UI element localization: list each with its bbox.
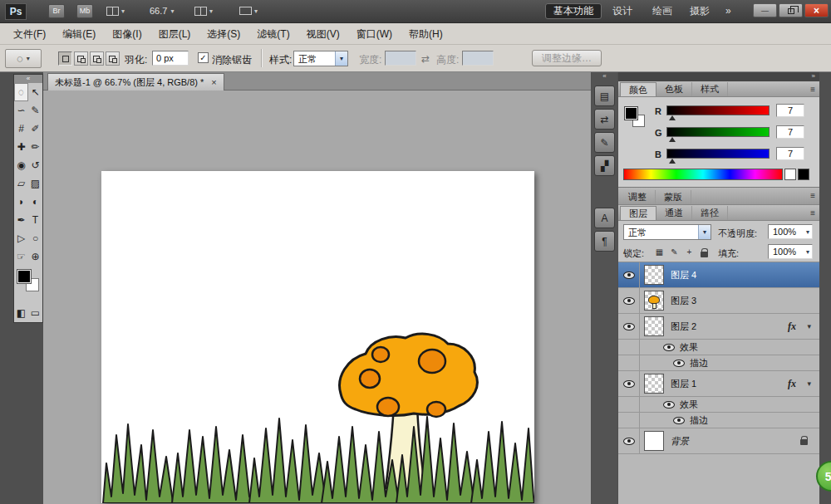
panel-menu-icon[interactable]: ≡ (810, 191, 815, 200)
visibility-toggle[interactable] (618, 314, 640, 339)
paragraph-panel-icon[interactable]: ¶ (594, 231, 615, 252)
layer-thumbnail[interactable] (644, 316, 664, 336)
eraser-tool[interactable]: ▱ (14, 174, 28, 193)
red-slider[interactable] (666, 105, 770, 115)
close-button[interactable]: × (804, 3, 829, 17)
zoom-tool[interactable]: ⊕ (28, 247, 42, 266)
menu-filter[interactable]: 滤镜(T) (248, 23, 297, 45)
eye-icon[interactable] (663, 344, 675, 351)
tab-swatches[interactable]: 色板 (656, 82, 692, 96)
view-extras-button[interactable]: ▾ (194, 7, 213, 16)
blend-mode-select[interactable]: 正常 ▾ (623, 224, 711, 240)
foreground-color-swatch[interactable] (17, 270, 31, 283)
quick-selection-tool[interactable]: ✎ (28, 101, 42, 120)
tab-adjustments[interactable]: 调整 (620, 190, 656, 204)
visibility-toggle[interactable] (618, 428, 640, 453)
workspace-design-button[interactable]: 设计 (612, 3, 632, 19)
lock-image-pixels-button[interactable]: ✎ (668, 246, 681, 258)
green-slider[interactable] (666, 127, 770, 137)
green-value-input[interactable]: 7 (776, 125, 804, 139)
gradient-tool[interactable]: ▨ (28, 174, 42, 193)
effects-row[interactable]: 效果 (618, 397, 819, 413)
dock-panel-icon-2[interactable]: ⇄ (594, 109, 615, 130)
move-tool[interactable]: ↖ (28, 83, 42, 101)
new-selection-button[interactable] (58, 51, 72, 66)
workspace-painting-button[interactable]: 绘画 (652, 3, 672, 19)
menu-window[interactable]: 窗口(W) (348, 23, 401, 45)
lock-transparent-pixels-button[interactable]: ▦ (653, 246, 666, 258)
stroke-effect-row[interactable]: 描边 (618, 413, 819, 428)
stroke-effect-row[interactable]: 描边 (618, 355, 819, 371)
layer-thumbnail[interactable] (644, 265, 664, 285)
crop-tool[interactable]: # (14, 120, 28, 138)
quick-mask-button[interactable]: ◧ (14, 304, 28, 322)
slider-thumb-icon[interactable] (669, 159, 676, 164)
minibridge-button[interactable]: Mb (76, 4, 93, 18)
screen-mode-toggle[interactable]: ▭ (28, 304, 42, 322)
collapse-effects-icon[interactable]: ▾ (807, 379, 811, 388)
panel-menu-icon[interactable]: ≡ (810, 85, 815, 94)
workspace-overflow-button[interactable]: » (725, 3, 731, 19)
brush-tool[interactable]: ✏ (28, 138, 42, 156)
tab-paths[interactable]: 路径 (692, 206, 728, 220)
add-to-selection-button[interactable] (74, 51, 88, 66)
path-selection-tool[interactable]: ▷ (14, 229, 28, 247)
tab-masks[interactable]: 蒙版 (656, 190, 691, 204)
eye-icon[interactable] (663, 401, 675, 409)
zoom-level-control[interactable]: 66.7 ▾ (150, 6, 174, 16)
menu-file[interactable]: 文件(F) (5, 23, 54, 45)
document-tab[interactable]: 未标题-1 @ 66.7% (图层 4, RGB/8) * × (47, 73, 224, 91)
menu-layer[interactable]: 图层(L) (150, 23, 199, 45)
dock-collapse-button[interactable]: » (618, 72, 819, 81)
visibility-toggle[interactable] (618, 288, 640, 313)
slider-thumb-icon[interactable] (669, 137, 676, 142)
blue-slider[interactable] (666, 149, 770, 159)
tab-color[interactable]: 颜色 (620, 82, 656, 96)
restore-button[interactable] (779, 3, 803, 17)
lock-position-button[interactable]: + (683, 246, 696, 258)
background-layer-row[interactable]: 背景 (618, 428, 819, 454)
fill-input[interactable]: 100% ▾ (768, 244, 813, 259)
red-value-input[interactable]: 7 (776, 104, 804, 117)
menu-image[interactable]: 图像(I) (104, 23, 150, 45)
tab-styles[interactable]: 样式 (692, 82, 728, 96)
eyedropper-tool[interactable]: ✐ (28, 120, 42, 138)
dock-panel-icon-1[interactable]: ▤ (594, 86, 615, 106)
bridge-button[interactable]: Br (48, 4, 65, 18)
arrange-documents-button[interactable]: ▾ (106, 7, 125, 16)
workspace-essentials-button[interactable]: 基本功能 (545, 3, 602, 19)
close-tab-icon[interactable]: × (211, 77, 216, 87)
lasso-tool[interactable]: ∽ (14, 101, 28, 120)
menu-edit[interactable]: 编辑(E) (54, 23, 104, 45)
menu-help[interactable]: 帮助(H) (401, 23, 451, 45)
tab-channels[interactable]: 通道 (656, 206, 692, 220)
dock-expand-button[interactable]: « (592, 72, 617, 81)
tab-layers[interactable]: 图层 (620, 206, 656, 220)
clone-stamp-tool[interactable]: ◉ (14, 156, 28, 174)
hand-tool[interactable]: ☞ (14, 247, 28, 266)
intersect-selection-button[interactable] (106, 51, 120, 66)
workspace-photography-button[interactable]: 摄影 (690, 3, 710, 19)
type-tool[interactable]: T (28, 211, 42, 229)
layer-thumbnail[interactable] (644, 431, 664, 451)
blue-value-input[interactable]: 7 (776, 147, 804, 160)
slider-thumb-icon[interactable] (669, 115, 676, 120)
elliptical-marquee-tool[interactable]: ◌ (14, 83, 28, 101)
visibility-toggle[interactable] (618, 262, 640, 287)
opacity-input[interactable]: 100% ▾ (768, 224, 813, 239)
style-select[interactable]: 正常 ▾ (293, 51, 348, 66)
color-spectrum-ramp[interactable] (623, 169, 783, 180)
feather-input[interactable]: 0 px (152, 51, 189, 66)
eye-icon[interactable] (673, 417, 685, 424)
blur-tool[interactable]: ◗ (14, 193, 28, 211)
dock-panel-icon-3[interactable]: ✎ (594, 132, 615, 153)
dock-panel-icon-4[interactable]: ▞ (594, 155, 615, 176)
canvas[interactable] (101, 171, 534, 503)
tool-preset-picker[interactable]: ◌ ▾ (5, 49, 42, 68)
collapse-effects-icon[interactable]: ▾ (807, 322, 811, 330)
layer-thumbnail[interactable] (644, 374, 664, 394)
pen-tool[interactable]: ✒ (14, 211, 28, 229)
antialias-checkbox[interactable]: ✓ (198, 52, 209, 63)
menu-select[interactable]: 选择(S) (199, 23, 248, 45)
eye-icon[interactable] (673, 360, 685, 367)
